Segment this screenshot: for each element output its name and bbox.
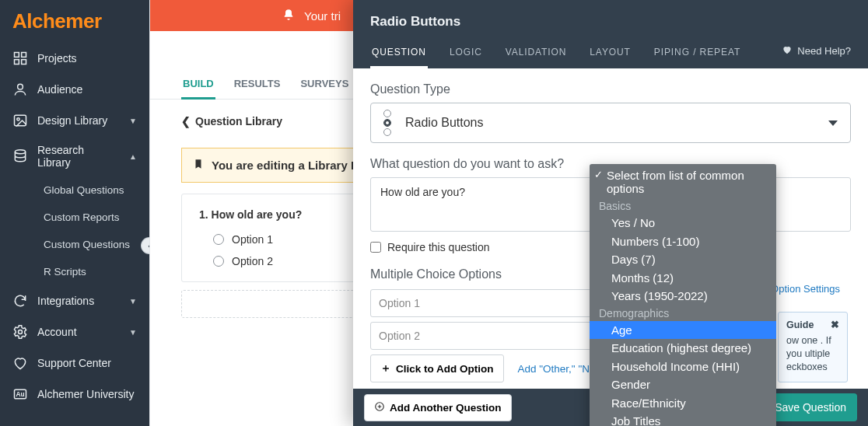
trial-banner-text: Your tri bbox=[304, 9, 341, 23]
dropdown-group-label: Basics bbox=[590, 198, 776, 214]
plus-circle-icon bbox=[374, 401, 385, 414]
image-icon bbox=[12, 113, 28, 128]
radio-empty-icon bbox=[213, 256, 224, 267]
modal-header: Radio Buttons QUESTIONLOGICVALIDATIONLAY… bbox=[353, 0, 868, 68]
guide-card: Guide ✖ ow one . If you ultiple eckboxes bbox=[778, 312, 848, 383]
require-question-label: Require this question bbox=[387, 241, 490, 253]
modal-tab-piping-repeat[interactable]: PIPING / REPEAT bbox=[653, 40, 742, 68]
modal-tab-question[interactable]: QUESTION bbox=[370, 40, 428, 68]
sidebar-item-label: Support Center bbox=[37, 357, 111, 369]
sidebar-item-label: Alchemer University bbox=[37, 388, 134, 400]
question-text-value: How old are you? bbox=[380, 186, 465, 198]
sidebar-subitem-custom-reports[interactable]: Custom Reports bbox=[36, 204, 149, 231]
sidebar-item-label: Design Library bbox=[37, 114, 107, 127]
question-type-value: Radio Buttons bbox=[405, 116, 484, 130]
dropdown-item-age[interactable]: Age bbox=[590, 321, 776, 340]
sync-icon bbox=[12, 293, 28, 309]
svg-rect-1 bbox=[22, 53, 26, 58]
dropdown-header: Select from list of common options bbox=[590, 164, 776, 198]
save-question-button[interactable]: Save Question bbox=[764, 393, 857, 421]
sidebar-item-label: Account bbox=[37, 326, 77, 338]
svg-rect-3 bbox=[22, 60, 26, 65]
add-another-question-button[interactable]: Add Another Question bbox=[364, 394, 512, 421]
sidebar-item-alchemer-university[interactable]: AuAlchemer University bbox=[0, 379, 149, 410]
add-another-question-label: Add Another Question bbox=[390, 402, 502, 414]
sidebar-subitem-global-questions[interactable]: Global Questions bbox=[36, 176, 149, 204]
chevron-down-icon: ▼ bbox=[129, 117, 137, 125]
svg-point-8 bbox=[19, 330, 23, 334]
sidebar-subitem-custom-questions[interactable]: Custom Questions bbox=[36, 231, 149, 258]
sidebar-item-audience[interactable]: Audience bbox=[0, 74, 149, 105]
sidebar-item-integrations[interactable]: Integrations▼ bbox=[0, 285, 149, 316]
dropdown-item-job-titles[interactable]: Job Titles bbox=[590, 412, 776, 426]
sidebar-item-account[interactable]: Account▼ bbox=[0, 316, 149, 347]
question-option-label: Option 2 bbox=[232, 255, 273, 267]
sidebar-item-label: Integrations bbox=[37, 295, 94, 307]
dropdown-item-months-12-[interactable]: Months (12) bbox=[590, 269, 776, 288]
page-tab-results[interactable]: RESULTS bbox=[233, 70, 282, 99]
sidebar-item-design-library[interactable]: Design Library▼ bbox=[0, 105, 149, 136]
modal-tab-layout[interactable]: LAYOUT bbox=[588, 40, 632, 68]
heart-icon bbox=[12, 355, 28, 371]
dropdown-item-yes-no[interactable]: Yes / No bbox=[590, 214, 776, 232]
modal-tabs: QUESTIONLOGICVALIDATIONLAYOUTPIPING / RE… bbox=[370, 40, 851, 68]
bell-icon bbox=[282, 9, 295, 23]
plus-icon: ＋ bbox=[380, 361, 391, 375]
sidebar: Alchemer ProjectsAudienceDesign Library▼… bbox=[0, 0, 149, 426]
common-options-dropdown[interactable]: Select from list of common options Basic… bbox=[590, 164, 776, 426]
bookmark-icon bbox=[193, 158, 204, 173]
sidebar-item-projects[interactable]: Projects bbox=[0, 43, 149, 74]
database-icon bbox=[12, 148, 28, 164]
guide-title: Guide bbox=[786, 319, 814, 332]
dropdown-item-days-7-[interactable]: Days (7) bbox=[590, 250, 776, 269]
radio-stack-icon bbox=[383, 110, 391, 136]
question-option-label: Option 1 bbox=[232, 233, 273, 246]
dropdown-item-race-ethnicity[interactable]: Race/Ethnicity bbox=[590, 394, 776, 413]
chevron-up-icon: ▲ bbox=[129, 152, 137, 161]
sidebar-item-support-center[interactable]: Support Center bbox=[0, 347, 149, 379]
svg-point-7 bbox=[15, 150, 25, 154]
modal-title: Radio Buttons bbox=[370, 14, 851, 30]
sidebar-item-research-library[interactable]: Research Library▲ bbox=[0, 136, 149, 176]
library-banner-text: You are editing a Library E bbox=[212, 159, 359, 172]
need-help-link[interactable]: Need Help? bbox=[782, 44, 851, 68]
add-option-button[interactable]: ＋ Click to Add Option bbox=[370, 354, 504, 382]
add-option-label: Click to Add Option bbox=[396, 363, 494, 375]
svg-point-6 bbox=[17, 118, 19, 120]
chevron-down-icon: ▼ bbox=[129, 297, 137, 306]
question-type-label: Question Type bbox=[370, 82, 851, 96]
breadcrumb-label: Question Library bbox=[195, 115, 282, 127]
option-input-1[interactable]: Option 1 bbox=[370, 289, 594, 317]
radio-empty-icon bbox=[213, 234, 224, 245]
svg-rect-5 bbox=[15, 115, 26, 125]
guide-body: ow one . If you ultiple eckboxes bbox=[786, 334, 839, 374]
modal-tab-validation[interactable]: VALIDATION bbox=[504, 40, 569, 68]
dropdown-item-numbers-1-100-[interactable]: Numbers (1-100) bbox=[590, 232, 776, 251]
modal-tab-logic[interactable]: LOGIC bbox=[448, 40, 484, 68]
page-tab-build[interactable]: BUILD bbox=[181, 70, 215, 99]
brand-logo: Alchemer bbox=[0, 0, 149, 43]
gear-icon bbox=[12, 324, 28, 340]
chevron-left-icon: ❮ bbox=[181, 115, 191, 127]
question-type-select[interactable]: Radio Buttons bbox=[370, 103, 851, 143]
sidebar-item-label: Audience bbox=[37, 83, 82, 96]
dropdown-item-education-highest-degree-[interactable]: Education (highest degree) bbox=[590, 339, 776, 358]
svg-rect-2 bbox=[15, 60, 19, 65]
sidebar-submenu: Global QuestionsCustom ReportsCustom Que… bbox=[0, 176, 149, 285]
dropdown-item-gender[interactable]: Gender bbox=[590, 375, 776, 394]
page-tab-surveys[interactable]: SURVEYS bbox=[299, 70, 350, 99]
user-circle-icon bbox=[12, 82, 28, 97]
option-input-2[interactable]: Option 2 bbox=[370, 322, 594, 350]
require-question-checkbox[interactable] bbox=[370, 242, 381, 253]
dropdown-item-years-1950-2022-[interactable]: Years (1950-2022) bbox=[590, 287, 776, 306]
need-help-label: Need Help? bbox=[797, 45, 851, 57]
grid-icon bbox=[12, 51, 28, 66]
sidebar-item-label: Projects bbox=[37, 52, 77, 65]
dropdown-item-household-income-hhi-[interactable]: Household Income (HHI) bbox=[590, 358, 776, 376]
sidebar-subitem-r-scripts[interactable]: R Scripts bbox=[36, 258, 149, 285]
svg-point-4 bbox=[18, 84, 23, 89]
svg-rect-0 bbox=[15, 53, 19, 58]
au-icon: Au bbox=[12, 386, 28, 402]
svg-text:Au: Au bbox=[16, 390, 24, 398]
close-icon[interactable]: ✖ bbox=[831, 319, 839, 332]
